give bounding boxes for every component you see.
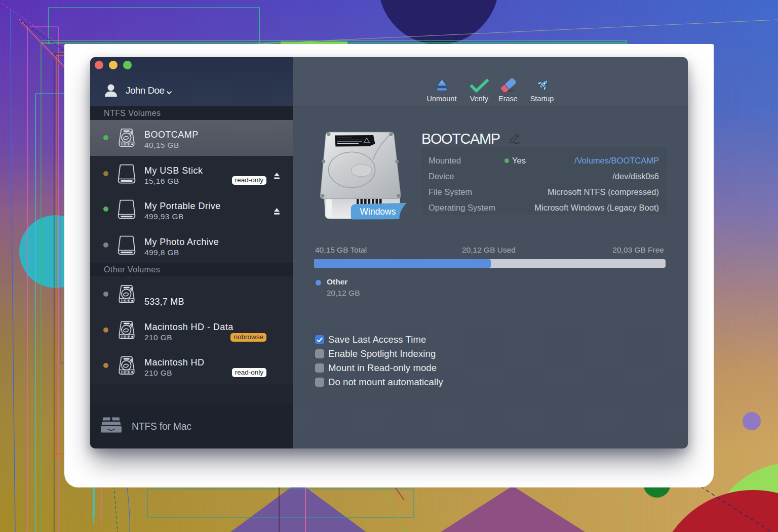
svg-text:Windows: Windows xyxy=(360,207,396,217)
